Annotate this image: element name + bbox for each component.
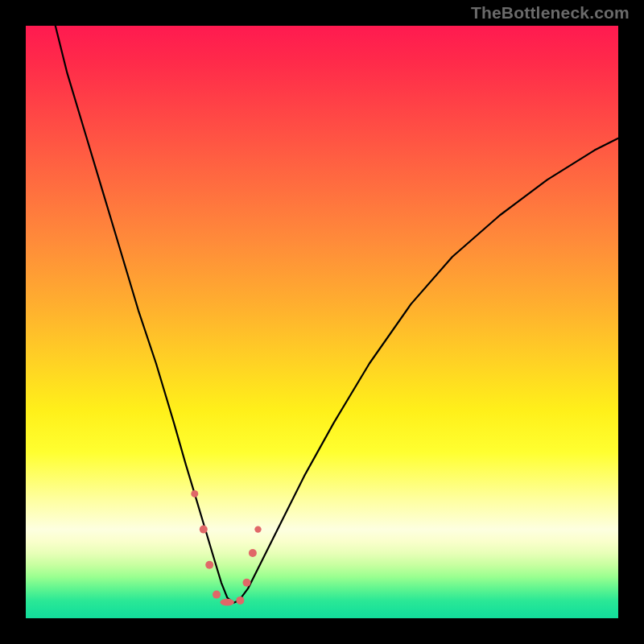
- bottleneck-curve: [26, 26, 618, 618]
- chart-frame: TheBottleneck.com: [0, 0, 644, 644]
- marker-dot: [213, 591, 221, 599]
- marker-dot: [205, 561, 213, 569]
- marker-dot: [254, 526, 261, 532]
- watermark-text: TheBottleneck.com: [471, 3, 630, 23]
- marker-dot: [243, 579, 251, 587]
- marker-dot: [249, 549, 257, 557]
- plot-area: [26, 26, 618, 618]
- marker-dot: [200, 526, 208, 534]
- marker-dot: [220, 599, 234, 606]
- marker-dot: [236, 597, 244, 605]
- threshold-markers: [191, 490, 261, 606]
- marker-dot: [191, 490, 198, 497]
